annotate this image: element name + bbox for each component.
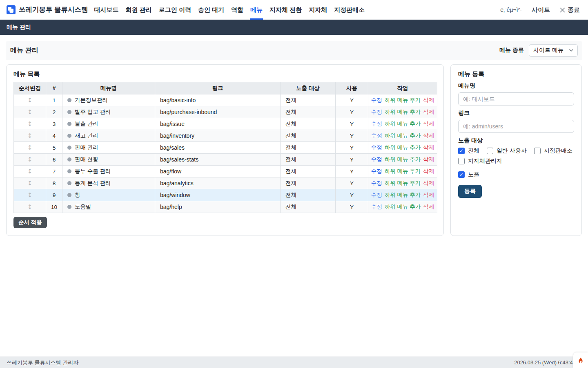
page-header: 메뉴 관리 메뉴 종류 사이트 메뉴 bbox=[6, 41, 582, 60]
delete-link[interactable]: 삭제 bbox=[423, 97, 434, 103]
menu-type-label: 메뉴 종류 bbox=[499, 47, 524, 54]
drag-handle-icon[interactable]: ↕ bbox=[14, 106, 46, 118]
debug-toolbar[interactable] bbox=[573, 352, 588, 368]
edit-link[interactable]: 수정 bbox=[371, 121, 382, 127]
menu-dot-icon bbox=[67, 98, 71, 102]
page-title: 메뉴 관리 bbox=[10, 46, 38, 55]
menu-dot-icon bbox=[67, 134, 71, 138]
add-submenu-link[interactable]: 하위 메뉴 추가 bbox=[385, 109, 421, 115]
menu-type-select[interactable]: 사이트 메뉴 bbox=[529, 44, 578, 57]
nav-item-7[interactable]: 지자체 bbox=[309, 0, 327, 20]
menu-target: 전체 bbox=[281, 142, 336, 154]
nav-item-5[interactable]: 메뉴 bbox=[250, 0, 263, 20]
menu-type-value: 사이트 메뉴 bbox=[533, 47, 564, 54]
drag-handle-icon[interactable]: ↕ bbox=[14, 177, 46, 189]
nav-item-1[interactable]: 회원 관리 bbox=[126, 0, 152, 20]
edit-link[interactable]: 수정 bbox=[371, 168, 382, 174]
row-number: 7 bbox=[46, 166, 62, 177]
app-logo-icon bbox=[7, 5, 16, 14]
edit-link[interactable]: 수정 bbox=[371, 180, 382, 186]
site-link[interactable]: 사이트 bbox=[532, 6, 550, 14]
add-submenu-link[interactable]: 하위 메뉴 추가 bbox=[385, 156, 421, 162]
edit-link[interactable]: 수정 bbox=[371, 192, 382, 198]
menu-name: 도움말 bbox=[75, 204, 91, 210]
add-submenu-link[interactable]: 하위 메뉴 추가 bbox=[385, 192, 421, 198]
drag-handle-icon[interactable]: ↕ bbox=[14, 166, 46, 177]
menu-target: 전체 bbox=[281, 189, 336, 201]
menu-link: bag/analytics bbox=[155, 177, 281, 189]
delete-link[interactable]: 삭제 bbox=[423, 132, 434, 139]
target-checkbox-0[interactable]: ✓전체 bbox=[458, 147, 479, 155]
add-submenu-link[interactable]: 하위 메뉴 추가 bbox=[385, 132, 421, 139]
delete-link[interactable]: 삭제 bbox=[423, 180, 434, 186]
nav-item-3[interactable]: 승인 대기 bbox=[198, 0, 224, 20]
link-input[interactable] bbox=[458, 120, 574, 133]
table-row: ↕4재고 관리bag/inventory전체Y수정하위 메뉴 추가삭제 bbox=[14, 130, 437, 142]
menu-target: 전체 bbox=[281, 130, 336, 142]
delete-link[interactable]: 삭제 bbox=[423, 204, 434, 210]
delete-link[interactable]: 삭제 bbox=[423, 144, 434, 150]
delete-link[interactable]: 삭제 bbox=[423, 109, 434, 115]
target-checkbox-2[interactable]: 지정판매소 bbox=[534, 147, 572, 155]
footer-datetime: 2026.03.25 (Wed) 6:43:43 bbox=[514, 359, 576, 366]
menu-table-head: 순서변경 # 메뉴명 링크 노출 대상 사용 작업 bbox=[14, 82, 437, 94]
menu-use: Y bbox=[336, 106, 368, 118]
menu-link: bag/flow bbox=[155, 166, 281, 177]
menu-name: 창 bbox=[75, 192, 80, 198]
edit-link[interactable]: 수정 bbox=[371, 97, 382, 103]
add-submenu-link[interactable]: 하위 메뉴 추가 bbox=[385, 144, 421, 150]
drag-handle-icon[interactable]: ↕ bbox=[14, 130, 46, 142]
edit-link[interactable]: 수정 bbox=[371, 144, 382, 150]
nav-item-0[interactable]: 대시보드 bbox=[94, 0, 119, 20]
edit-link[interactable]: 수정 bbox=[371, 132, 382, 139]
target-checkbox-3[interactable]: 지자체관리자 bbox=[458, 157, 502, 165]
apply-order-button[interactable]: 순서 적용 bbox=[13, 217, 47, 228]
drag-handle-icon[interactable]: ↕ bbox=[14, 94, 46, 106]
menu-use: Y bbox=[336, 166, 368, 177]
menu-name-input[interactable] bbox=[458, 92, 574, 105]
nav-item-4[interactable]: 역할 bbox=[231, 0, 243, 20]
col-actions: 작업 bbox=[368, 82, 437, 94]
menu-dot-icon bbox=[67, 122, 71, 126]
menu-target: 전체 bbox=[281, 177, 336, 189]
delete-link[interactable]: 삭제 bbox=[423, 121, 434, 127]
drag-handle-icon[interactable]: ↕ bbox=[14, 142, 46, 154]
menu-table: 순서변경 # 메뉴명 링크 노출 대상 사용 작업 ↕1기본정보관리bag/ba… bbox=[13, 82, 437, 213]
menu-link: bag/help bbox=[155, 201, 281, 213]
register-title: 메뉴 등록 bbox=[458, 70, 574, 78]
drag-handle-icon[interactable]: ↕ bbox=[14, 154, 46, 166]
table-row: ↕6판매 현황bag/sales-stats전체Y수정하위 메뉴 추가삭제 bbox=[14, 154, 437, 166]
edit-link[interactable]: 수정 bbox=[371, 156, 382, 162]
nav-item-2[interactable]: 로그인 이력 bbox=[159, 0, 191, 20]
add-submenu-link[interactable]: 하위 메뉴 추가 bbox=[385, 121, 421, 127]
delete-link[interactable]: 삭제 bbox=[423, 168, 434, 174]
drag-handle-icon[interactable]: ↕ bbox=[14, 189, 46, 201]
target-checkbox-1[interactable]: 일반 사용자 bbox=[487, 147, 527, 155]
add-submenu-link[interactable]: 하위 메뉴 추가 bbox=[385, 180, 421, 186]
menu-use: Y bbox=[336, 118, 368, 130]
expose-checkbox[interactable]: ✓ 노출 bbox=[458, 171, 574, 178]
delete-link[interactable]: 삭제 bbox=[423, 156, 434, 162]
menu-link: bag/sales-stats bbox=[155, 154, 281, 166]
menu-use: Y bbox=[336, 154, 368, 166]
drag-handle-icon[interactable]: ↕ bbox=[14, 201, 46, 213]
menu-use: Y bbox=[336, 130, 368, 142]
register-button[interactable]: 등록 bbox=[458, 185, 482, 198]
checkbox-checked-icon: ✓ bbox=[458, 148, 465, 154]
menu-use: Y bbox=[336, 142, 368, 154]
edit-link[interactable]: 수정 bbox=[371, 109, 382, 115]
drag-handle-icon[interactable]: ↕ bbox=[14, 118, 46, 130]
user-name: ë‚¨êµ¬ì²- bbox=[500, 7, 522, 13]
checkbox-label: 전체 bbox=[468, 147, 479, 155]
nav-item-8[interactable]: 지정판매소 bbox=[334, 0, 365, 20]
logout-button[interactable]: 종료 bbox=[560, 6, 580, 14]
nav-item-6[interactable]: 지자체 전환 bbox=[270, 0, 302, 20]
add-submenu-link[interactable]: 하위 메뉴 추가 bbox=[385, 97, 421, 103]
add-submenu-link[interactable]: 하위 메뉴 추가 bbox=[385, 168, 421, 174]
link-label: 링크 bbox=[458, 110, 574, 117]
edit-link[interactable]: 수정 bbox=[371, 204, 382, 210]
menu-name: 발주 입고 관리 bbox=[75, 109, 111, 115]
delete-link[interactable]: 삭제 bbox=[423, 192, 434, 198]
add-submenu-link[interactable]: 하위 메뉴 추가 bbox=[385, 204, 421, 210]
table-row: ↕3불출 관리bag/issue전체Y수정하위 메뉴 추가삭제 bbox=[14, 118, 437, 130]
